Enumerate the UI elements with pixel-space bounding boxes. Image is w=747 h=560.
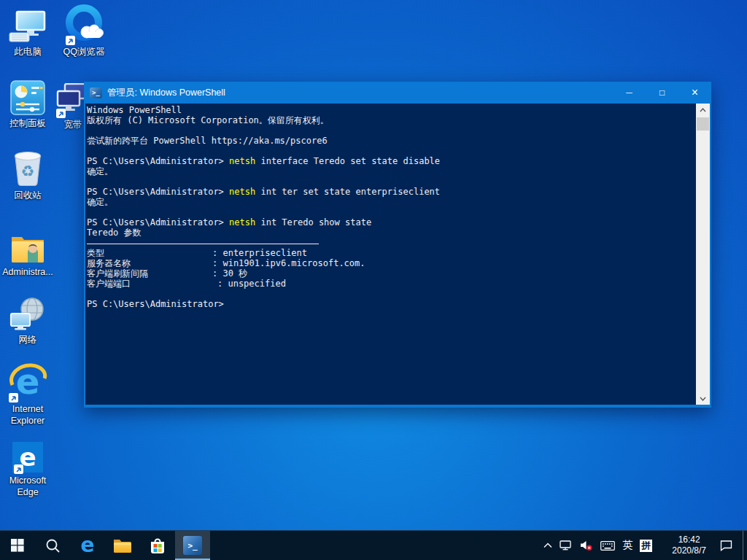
maximize-button[interactable]: □ (646, 82, 678, 104)
edge-icon: e (81, 535, 95, 556)
console-line (87, 289, 696, 299)
touch-keyboard-icon (600, 541, 615, 551)
ime-mode-button[interactable]: 拼 (636, 531, 656, 560)
show-desktop-button[interactable] (743, 531, 747, 560)
console-line (87, 125, 696, 136)
ethernet-icon (560, 540, 573, 551)
user-folder-icon (10, 226, 45, 264)
shortcut-arrow-icon (56, 109, 66, 118)
console-line: 服务器名称: win1901.ipv6.microsoft.com. (87, 258, 696, 268)
desktop-icon-label: 网络 (19, 334, 37, 346)
desktop-icon-recycle-bin[interactable]: ♻ 回收站 (0, 148, 55, 201)
desktop-icon-label: 宽带 (64, 119, 82, 131)
store-icon (148, 536, 167, 555)
taskbar-edge-button[interactable]: e (70, 531, 105, 560)
console-line: PS C:\Users\Administrator> netsh int Ter… (87, 217, 696, 228)
console-line: Teredo 参数 (87, 228, 696, 238)
desktop-icon-this-pc[interactable]: 此电脑 (0, 6, 55, 58)
desktop-icon-label: QQ浏览器 (63, 46, 105, 58)
console-line: PS C:\Users\Administrator> netsh interfa… (87, 156, 696, 166)
console-line: Windows PowerShell (87, 105, 696, 115)
console-line: 确定。 (87, 166, 696, 176)
close-button[interactable]: × (678, 82, 711, 104)
powershell-window-icon: >_ (90, 88, 102, 98)
shortcut-arrow-icon (9, 393, 18, 402)
taskbar-clock[interactable]: 16:42 2020/8/7 (672, 534, 706, 556)
powershell-window: >_ 管理员: Windows PowerShell ─ □ × Windows… (84, 82, 711, 408)
desktop: 此电脑 QQ浏览器 (0, 0, 747, 560)
search-button[interactable] (35, 531, 70, 560)
desktop-icon-microsoft-edge[interactable]: e Microsoft Edge (0, 435, 55, 498)
console-line (87, 238, 696, 248)
internet-explorer-icon: e (7, 360, 48, 401)
volume-muted-icon (580, 540, 593, 551)
console-line: PS C:\Users\Administrator> (87, 299, 696, 309)
this-pc-icon (8, 6, 47, 44)
clock-time: 16:42 (672, 534, 706, 545)
action-center-icon (720, 540, 733, 551)
chevron-up-icon (543, 542, 552, 548)
scrollbar-thumb[interactable] (697, 117, 709, 131)
system-tray: 英 拼 16:42 2020/8/7 (540, 531, 747, 560)
console-line (87, 146, 696, 156)
console-line (87, 207, 696, 217)
desktop-icon-label: 控制面板 (9, 117, 46, 129)
recycle-bin-icon: ♻ (12, 148, 44, 187)
console-line: 确定。 (87, 197, 696, 207)
console-scrollbar[interactable] (696, 104, 710, 405)
desktop-icon-network[interactable]: 网络 (0, 294, 55, 346)
console-line: 尝试新的跨平台 PowerShell https://aka.ms/pscore… (87, 136, 696, 146)
console-line: PS C:\Users\Administrator> netsh int ter… (87, 187, 696, 197)
control-panel-icon (10, 77, 45, 115)
search-icon (45, 538, 61, 553)
taskbar: e >_ (0, 530, 747, 560)
start-button[interactable] (0, 531, 35, 560)
console-line: 版权所有 (C) Microsoft Corporation。保留所有权利。 (87, 115, 696, 125)
console-line: 客户端刷新间隔: 30 秒 (87, 268, 696, 279)
touch-keyboard-button[interactable] (597, 531, 619, 560)
desktop-icon-label: 回收站 (14, 190, 42, 201)
clock-date: 2020/8/7 (672, 545, 706, 556)
console-output[interactable]: Windows PowerShell版权所有 (C) Microsoft Cor… (85, 104, 696, 405)
taskbar-store-button[interactable] (140, 531, 175, 560)
pinyin-ime-icon: 拼 (640, 540, 652, 552)
minimize-button[interactable]: ─ (613, 82, 646, 104)
hidden-icons-button[interactable] (540, 531, 556, 560)
action-center-button[interactable] (716, 531, 737, 560)
qq-browser-icon (64, 3, 104, 44)
desktop-icon-qq-browser[interactable]: QQ浏览器 (56, 3, 112, 58)
console-line: 客户端端口: unspecified (87, 279, 696, 289)
microsoft-edge-icon: e (12, 435, 43, 472)
window-title: 管理员: Windows PowerShell (107, 87, 613, 99)
scroll-down-icon[interactable] (696, 392, 710, 405)
console-line (87, 176, 696, 187)
desktop-icon-administrator-folder[interactable]: Administra... (0, 226, 55, 278)
desktop-icon-internet-explorer[interactable]: e Internet Explorer (0, 360, 55, 427)
console-line: 类型: enterpriseclient (87, 248, 696, 258)
console-divider (87, 244, 319, 244)
file-explorer-icon (113, 538, 132, 553)
taskbar-buttons: e >_ (0, 531, 210, 560)
scroll-up-icon[interactable] (696, 104, 710, 116)
window-titlebar[interactable]: >_ 管理员: Windows PowerShell ─ □ × (84, 82, 711, 104)
shortcut-arrow-icon (14, 464, 23, 474)
shortcut-arrow-icon (66, 36, 75, 45)
start-icon (11, 539, 24, 552)
network-icon (9, 294, 46, 332)
desktop-icon-label: Internet Explorer (0, 403, 55, 427)
network-status-button[interactable] (556, 531, 576, 560)
powershell-icon: >_ (183, 536, 202, 555)
volume-button[interactable] (576, 531, 597, 560)
recycle-glyph: ♻ (21, 163, 35, 180)
desktop-icon-label: 此电脑 (14, 46, 42, 58)
desktop-icon-label: Microsoft Edge (0, 475, 55, 498)
desktop-icon-label: Administra... (2, 266, 53, 278)
taskbar-powershell-button[interactable]: >_ (175, 531, 210, 560)
taskbar-file-explorer-button[interactable] (105, 531, 140, 560)
language-indicator[interactable]: 英 (619, 531, 636, 560)
